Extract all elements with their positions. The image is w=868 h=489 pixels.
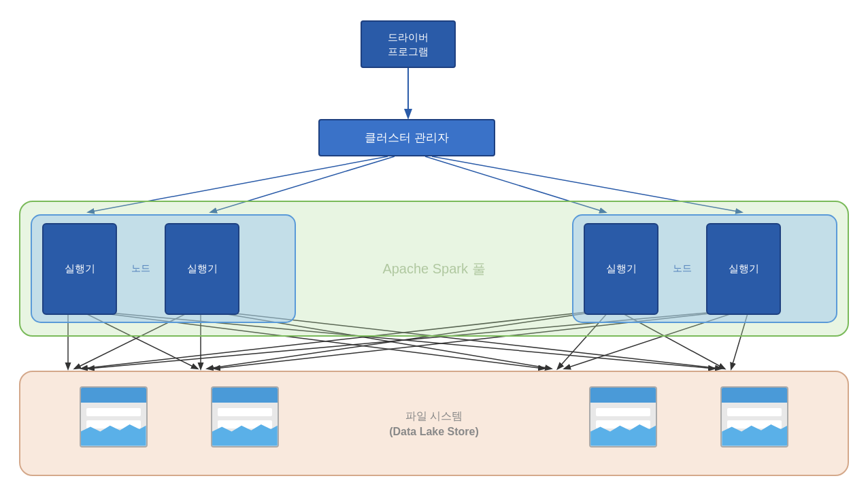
left-node-container: 실행기 노드 실행기 bbox=[31, 214, 296, 323]
left-node-label: 노드 bbox=[124, 263, 158, 275]
diagram-container: 드라이버 프로그램 클러스터 관리자 실행기 노드 실행기 실행기 노드 실행기 bbox=[0, 0, 868, 489]
driver-label: 드라이버 프로그램 bbox=[388, 30, 429, 58]
driver-box: 드라이버 프로그램 bbox=[361, 20, 456, 68]
right-node-label: 노드 bbox=[665, 263, 699, 275]
cluster-manager-box: 클러스터 관리자 bbox=[318, 119, 495, 156]
fs-icon-1 bbox=[76, 386, 151, 461]
spark-pool-container: 실행기 노드 실행기 실행기 노드 실행기 bbox=[19, 201, 849, 337]
executor-box-4: 실행기 bbox=[706, 223, 781, 315]
fs-icon-4 bbox=[717, 386, 792, 461]
executor-box-2: 실행기 bbox=[165, 223, 239, 315]
fs-graphic-2 bbox=[211, 386, 279, 448]
fs-graphic-4 bbox=[720, 386, 788, 448]
cluster-manager-label: 클러스터 관리자 bbox=[365, 130, 449, 146]
executor-box-3: 실행기 bbox=[584, 223, 658, 315]
fs-icons-row bbox=[20, 386, 848, 461]
fs-icon-3 bbox=[586, 386, 661, 461]
fs-graphic-3 bbox=[589, 386, 657, 448]
executor-box-1: 실행기 bbox=[42, 223, 117, 315]
right-node-container: 실행기 노드 실행기 bbox=[572, 214, 837, 323]
fs-icon-2 bbox=[207, 386, 282, 461]
fs-graphic-1 bbox=[80, 386, 148, 448]
filesystem-container bbox=[19, 371, 849, 476]
